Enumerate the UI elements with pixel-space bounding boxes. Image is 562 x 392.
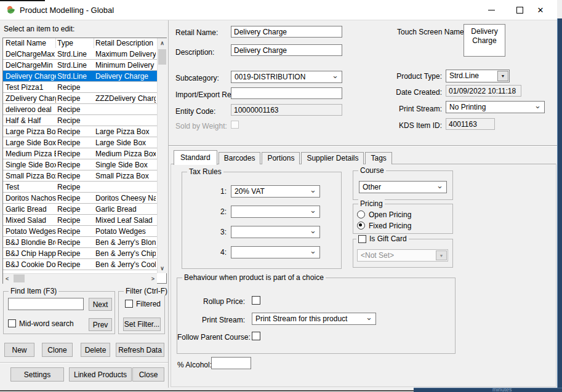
date-created-label: Date Created: <box>388 88 442 97</box>
table-row[interactable]: Potato Wedges Recipe Potato Wedges <box>3 226 157 237</box>
set-filter-button[interactable]: Set Filter... <box>123 318 161 331</box>
table-row[interactable]: Delivery Charge Strd.Line Delivery Charg… <box>3 71 157 82</box>
table-row[interactable]: Single Side Box Recipe Single Side Box <box>3 159 157 170</box>
table-row[interactable]: Small Pizza Box Recipe Small Pizza Box <box>3 170 157 182</box>
gift-card-select: <Not Set> ▼ <box>357 249 448 262</box>
tax-rules-group: Tax Rules 1: 20% VAT ⌄ 2: ⌄ 3: <box>182 172 342 269</box>
fixed-pricing-option[interactable]: Fixed Pricing <box>357 222 411 230</box>
gift-card-header: Is Gift Card <box>356 234 409 243</box>
tab[interactable]: Standard <box>174 150 217 165</box>
filter-group: Filter (Ctrl-F) Filtered Set Filter... <box>118 291 165 334</box>
refresh-data-button[interactable]: Refresh Data <box>116 343 164 357</box>
table-row[interactable]: Large Side Box Recipe Large Side Box <box>3 137 157 148</box>
select-item-label: Select an item to edit: <box>4 25 74 33</box>
close-form-button[interactable]: Close <box>132 367 164 382</box>
import-export-input[interactable] <box>231 87 342 99</box>
date-created-value: 01/09/2022 10:11:18 <box>446 85 521 97</box>
tax-rules-title: Tax Rules <box>187 167 223 176</box>
tax-rule-select[interactable]: ⌄ <box>231 226 320 238</box>
find-item-title: Find Item (F3) <box>9 287 58 295</box>
close-button[interactable]: ✕ <box>531 1 550 19</box>
chevron-down-icon: ⌄ <box>310 185 316 194</box>
tab[interactable]: Barcodes <box>219 152 261 164</box>
product-type-select[interactable]: Strd.Line ▼ <box>446 70 510 82</box>
tab[interactable]: Tags <box>365 152 391 164</box>
is-gift-card-label: Is Gift Card <box>369 234 407 243</box>
touch-screen-name-box[interactable]: Delivery Charge <box>464 24 505 57</box>
clone-button[interactable]: Clone <box>42 343 73 357</box>
rollup-price-label: Rollup Price: <box>183 297 245 306</box>
title-bar: Product Modelling - Global ✕ <box>0 0 557 20</box>
table-row[interactable]: Large Pizza Box Recipe Large Pizza Box <box>3 126 157 137</box>
product-list[interactable]: Retail Name Type Retail Description DelC… <box>2 38 167 284</box>
is-gift-card-checkbox[interactable] <box>358 235 366 243</box>
filtered-checkbox[interactable] <box>125 300 133 308</box>
vertical-scroll-thumb[interactable] <box>158 49 166 65</box>
course-select[interactable]: Other ⌄ <box>359 181 447 193</box>
list-header[interactable]: Retail Name Type Retail Description <box>3 38 157 49</box>
follow-parent-course-checkbox[interactable] <box>252 332 260 340</box>
minimize-icon <box>488 10 495 10</box>
fixed-pricing-radio[interactable] <box>357 222 365 230</box>
screen-edge-artifact <box>0 0 45 1</box>
vertical-scrollbar[interactable]: ∧ ∨ <box>157 38 167 273</box>
entity-code-value: 10000001163 <box>231 104 342 116</box>
find-prev-button[interactable]: Prev <box>89 318 112 331</box>
horizontal-scroll-thumb[interactable] <box>14 274 25 282</box>
print-stream-select[interactable]: No Printing ⌄ <box>446 101 545 113</box>
linked-products-button[interactable]: Linked Products <box>69 367 132 382</box>
window-bottom-edge <box>0 390 414 391</box>
table-row[interactable]: DelChargeMin Strd.Line Minimum Delivery … <box>3 60 157 71</box>
find-next-button[interactable]: Next <box>89 298 112 311</box>
retail-name-input[interactable] <box>231 26 342 38</box>
open-pricing-radio[interactable] <box>357 210 365 218</box>
tax-rule-row: 3: ⌄ <box>211 226 335 238</box>
chevron-down-icon: ⌄ <box>534 101 541 110</box>
tab[interactable]: Portions <box>262 152 300 164</box>
scroll-down-icon[interactable]: ∨ <box>158 265 167 271</box>
table-row[interactable]: ZDelivery Charge Recipe ZZZDelivery Char… <box>3 93 157 104</box>
horizontal-scrollbar[interactable]: < > <box>3 273 157 284</box>
table-row[interactable]: Doritos Nachos Recipe Doritos Cheesy Nac… <box>3 193 157 204</box>
table-row[interactable]: Mixed Salad Recipe Mixed Leaf Salad <box>3 215 157 226</box>
dropdown-arrow-icon[interactable]: ▼ <box>497 71 508 81</box>
subcategory-select[interactable]: 0019-DISTRIBUTION ⌄ <box>231 71 342 83</box>
choice-print-stream-select[interactable]: Print Stream for this product ⌄ <box>252 313 376 325</box>
scroll-right-icon[interactable]: > <box>151 276 155 282</box>
tax-rule-select[interactable]: 20% VAT ⌄ <box>231 185 320 198</box>
table-row[interactable]: Test Recipe <box>3 182 157 193</box>
col-type[interactable]: Type <box>57 39 93 47</box>
scroll-up-icon[interactable]: ∧ <box>158 40 167 46</box>
delete-button[interactable]: Delete <box>81 343 110 357</box>
new-button[interactable]: New <box>4 343 34 357</box>
table-row[interactable]: B&J Chip Happe Recipe Ben & Jerry's Chip… <box>3 248 157 259</box>
minimize-button[interactable] <box>481 1 501 19</box>
find-input[interactable] <box>8 298 84 310</box>
table-row[interactable]: Half & Half Recipe <box>3 115 157 126</box>
tab-strip: StandardBarcodesPortionsSupplier Details… <box>174 151 393 164</box>
tax-rule-select[interactable]: ⌄ <box>231 206 320 218</box>
table-row[interactable]: B&J Blondie Brow Recipe Ben & Jerry's Bl… <box>3 237 157 248</box>
table-row[interactable]: deliveroo deal Recipe <box>3 104 157 115</box>
col-retail-desc[interactable]: Retail Description <box>95 39 156 47</box>
alcohol-input[interactable] <box>211 357 251 369</box>
scroll-left-icon[interactable]: < <box>6 276 9 282</box>
sold-by-weight-checkbox <box>231 121 239 129</box>
table-row[interactable]: Medium Pizza Bo Recipe Medium Pizza Box <box>3 148 157 159</box>
table-row[interactable]: DelChargeMax Strd.Line Maximum Delivery … <box>3 49 157 60</box>
background-window-strip: minutes <box>414 388 562 392</box>
midword-search-checkbox[interactable] <box>8 319 16 327</box>
maximize-button[interactable] <box>510 1 529 19</box>
description-input[interactable] <box>231 44 342 56</box>
tax-rule-select[interactable]: ⌄ <box>231 246 320 258</box>
table-row[interactable]: B&J Cookie Dou Recipe Ben & Jerry's Cook… <box>3 259 157 270</box>
open-pricing-option[interactable]: Open Pricing <box>357 210 411 219</box>
table-row[interactable]: Test Pizza1 Recipe <box>3 82 157 93</box>
table-row[interactable]: Garlic Bread Recipe Garlic Bread <box>3 204 157 215</box>
tax-rule-row: 2: ⌄ <box>211 206 335 218</box>
rollup-price-checkbox[interactable] <box>252 296 260 305</box>
chevron-down-icon: ⌄ <box>436 181 443 190</box>
settings-button[interactable]: Settings <box>10 367 64 382</box>
tab[interactable]: Supplier Details <box>301 152 364 164</box>
col-retail-name[interactable]: Retail Name <box>6 39 56 47</box>
